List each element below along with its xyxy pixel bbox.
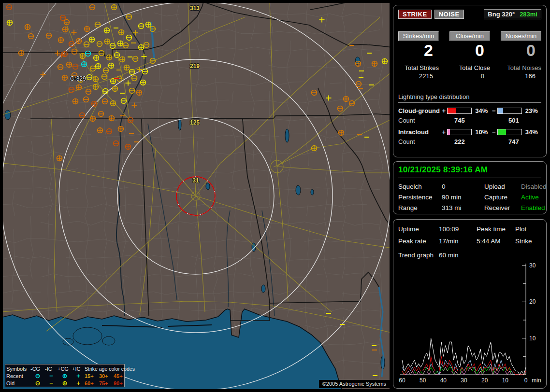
legend-symbols-title: Symbols [6,366,30,372]
strike-marker [139,45,144,50]
plus-sign: + [441,107,446,114]
minus-sign: − [491,107,496,114]
capture-status: Active [521,194,547,201]
plot-mode-value: Strike [515,238,541,245]
strikes-per-min-button[interactable]: Strikes/min [398,31,439,41]
cg-plus-icon: ⊕ [58,380,72,386]
datetime-display: 10/21/2025 8:39:16 AM [398,165,541,178]
ic-negative-bar [497,129,522,135]
strike-marker [126,144,131,150]
strike-marker [76,85,82,90]
lake [206,183,210,190]
total-close-label: Total Close [449,64,490,71]
lake-pontchartrain [73,327,102,345]
strike-marker [92,101,97,107]
cg-plus-icon: ⊕ [58,373,72,379]
cg-negative-bar [497,108,522,114]
x-tick-label: 10 [502,377,509,384]
lightning-type-distribution: Lightning type distribution Cloud-ground… [398,93,541,145]
ic-negative-pct: 34% [523,128,541,136]
age-code: 30+ [99,373,114,379]
strike-marker [146,22,151,28]
status-grid: Squelch 0 Upload Disabled Persistence 90… [398,183,541,211]
strike-mode-button[interactable]: STRIKE [398,10,432,19]
strike-marker [98,128,103,133]
copyright-text: ©2005 Astrogenic Systems [319,380,390,388]
lake [296,185,301,195]
strike-marker [58,38,64,43]
persistence-label: Persistence [398,194,442,201]
cloud-ground-label: Cloud-ground [398,107,441,114]
strike-marker [62,75,68,81]
ic-negative-count: 747 [508,138,519,145]
lightning-map[interactable]: 31321912531C-329 Symbols-CG-IC+CG+ICStri… [3,3,390,389]
strike-marker [118,41,123,46]
distribution-header: Lightning type distribution [398,93,541,103]
cg-minus-icon: ⊖ [30,373,45,379]
minus-sign: − [491,128,496,136]
trend-graph: 1020306050403020100min [398,262,542,384]
legend-age-row-label: Recent [6,373,30,379]
total-noises-label: Total Noises [501,64,541,71]
ring-label: 125 [190,119,200,126]
legend-symbol-header: +CG [58,366,72,372]
strike-marker [124,65,130,70]
strike-marker [80,54,86,59]
x-tick-label: 50 [420,377,426,384]
ic-plus-icon: + [72,380,85,386]
nexstorm-window: { "top_panel": { "strike_btn": "STRIKE",… [0,0,550,392]
strike-marker [109,63,114,69]
noise-mode-button[interactable]: NOISE [434,10,464,19]
total-close-value: 0 [449,72,490,80]
peak-rate-label: Peak rate [398,238,439,245]
squelch-value: 0 [442,183,484,190]
close-per-min-button[interactable]: Close/min [449,31,490,41]
legend-symbol-header: -CG [30,366,45,372]
peak-time-value: 5:44 AM [477,238,515,245]
trend-panel: Uptime 100:09 Peak time Plot Peak rate 1… [393,219,547,389]
strike-marker [104,28,110,33]
strike-marker [93,84,99,90]
intracloud-row: Intracloud + 10% − 34% [398,128,541,136]
strike-marker [141,80,146,85]
strike-marker [112,5,117,10]
strike-marker [89,37,95,42]
cg-count-row: Count 745 501 [398,117,541,124]
x-tick-label: 60 [399,377,405,384]
strike-marker [96,64,101,69]
trend-graph-window: 60 min [439,252,541,259]
noises-per-min-button[interactable]: Noises/min [501,31,541,41]
strike-marker [25,25,30,30]
map-legend: Symbols-CG-IC+CG+ICStrike age color code… [5,364,125,387]
cg-positive-bar [447,108,472,114]
noises-per-min-value: 0 [501,41,541,59]
count-label: Count [398,117,454,124]
strike-marker [93,77,99,82]
y-tick-label: 20 [529,298,536,305]
x-tick-label: 30 [461,377,467,384]
ring-label: 31 [192,177,199,184]
ring-label: 313 [190,5,200,12]
cg-positive-count: 745 [454,117,508,124]
uptime-grid: Uptime 100:09 Peak time Plot Peak rate 1… [398,225,541,245]
plus-sign: + [441,128,446,136]
bearing-value: Bng 320° [488,11,515,18]
strike-marker [372,61,377,67]
range-label: Range [398,204,442,211]
peak-time-label: Peak time [477,225,515,233]
strike-marker [119,30,124,35]
strike-marker [82,62,87,67]
count-label: Count [398,138,454,145]
strike-marker [111,101,116,106]
age-code: 90+ [114,380,126,386]
x-tick-label: 0 [524,377,528,384]
strike-marker [118,126,124,132]
strike-marker [63,27,68,32]
strike-marker [137,90,142,96]
intracloud-label: Intracloud [398,128,441,136]
strike-marker [94,56,99,61]
ic-minus-icon: − [45,373,58,379]
map-canvas: 31321912531C-329 [3,3,390,389]
x-axis-unit: min [532,377,541,384]
strike-marker [105,39,110,44]
